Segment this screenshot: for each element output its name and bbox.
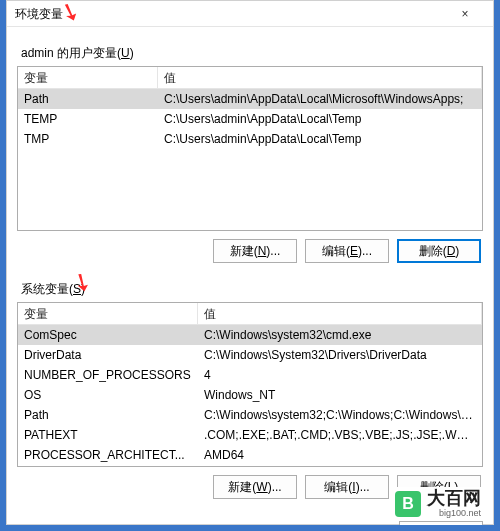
col-header-name[interactable]: 变量 — [18, 303, 198, 324]
col-header-value[interactable]: 值 — [158, 67, 482, 88]
client-area: admin 的用户变量(U) 变量 值 Path C:\Users\admin\… — [7, 27, 493, 515]
var-name: PATHEXT — [18, 425, 198, 445]
user-vars-mnemonic: U — [121, 46, 130, 60]
system-vars-label-suffix: ) — [81, 282, 85, 296]
watermark-text: 大百网 — [427, 489, 481, 507]
var-name: DriverData — [18, 345, 198, 365]
table-row[interactable]: OS Windows_NT — [18, 385, 482, 405]
table-row[interactable]: DriverData C:\Windows\System32\Drivers\D… — [18, 345, 482, 365]
col-header-name[interactable]: 变量 — [18, 67, 158, 88]
var-value: 4 — [198, 365, 482, 385]
var-name: TEMP — [18, 109, 158, 129]
system-edit-button[interactable]: 编辑(I)... — [305, 475, 389, 499]
system-vars-header: 变量 值 — [18, 303, 482, 325]
var-name: PROCESSOR_ARCHITECT... — [18, 445, 198, 465]
var-name: Path — [18, 89, 158, 109]
ok-button[interactable]: 确 — [399, 521, 483, 531]
var-name: OS — [18, 385, 198, 405]
var-name: Path — [18, 405, 198, 425]
table-row[interactable]: NUMBER_OF_PROCESSORS 4 — [18, 365, 482, 385]
env-vars-dialog: 环境变量 × ➘ ➘ admin 的用户变量(U) 变量 值 Path C:\U… — [6, 0, 494, 525]
table-row[interactable]: TEMP C:\Users\admin\AppData\Local\Temp — [18, 109, 482, 129]
user-vars-buttons: 新建(N)... 编辑(E)... 删除(D) — [17, 231, 483, 273]
var-value: C:\Windows\system32\cmd.exe — [198, 325, 482, 345]
table-row[interactable]: PROCESSOR_ARCHITECT... AMD64 — [18, 445, 482, 465]
var-name: TMP — [18, 129, 158, 149]
system-vars-rows: ComSpec C:\Windows\system32\cmd.exe Driv… — [18, 325, 482, 465]
system-vars-label-prefix: 系统变量( — [21, 282, 73, 296]
watermark-text-wrap: 大百网 big100.net — [427, 489, 481, 518]
watermark-logo-icon: B — [395, 491, 421, 517]
var-name: NUMBER_OF_PROCESSORS — [18, 365, 198, 385]
table-row[interactable]: Path C:\Users\admin\AppData\Local\Micros… — [18, 89, 482, 109]
table-row[interactable]: ComSpec C:\Windows\system32\cmd.exe — [18, 325, 482, 345]
user-vars-label-prefix: admin 的用户变量( — [21, 46, 121, 60]
var-value: C:\Users\admin\AppData\Local\Temp — [158, 129, 482, 149]
var-value: Windows_NT — [198, 385, 482, 405]
table-row[interactable]: Path C:\Windows\system32;C:\Windows;C:\W… — [18, 405, 482, 425]
watermark: B 大百网 big100.net — [391, 487, 485, 520]
system-new-button[interactable]: 新建(W)... — [213, 475, 297, 499]
var-value: .COM;.EXE;.BAT;.CMD;.VBS;.VBE;.JS;.JSE;.… — [198, 425, 482, 445]
user-delete-button[interactable]: 删除(D) — [397, 239, 481, 263]
var-name: ComSpec — [18, 325, 198, 345]
user-vars-label-suffix: ) — [130, 46, 134, 60]
dialog-title: 环境变量 — [15, 1, 63, 27]
table-row[interactable]: TMP C:\Users\admin\AppData\Local\Temp — [18, 129, 482, 149]
user-vars-rows: Path C:\Users\admin\AppData\Local\Micros… — [18, 89, 482, 149]
watermark-url: big100.net — [439, 509, 481, 518]
table-row[interactable]: PATHEXT .COM;.EXE;.BAT;.CMD;.VBS;.VBE;.J… — [18, 425, 482, 445]
var-value: C:\Users\admin\AppData\Local\Microsoft\W… — [158, 89, 482, 109]
system-vars-label: 系统变量(S) — [21, 281, 483, 298]
var-value: C:\Windows\system32;C:\Windows;C:\Window… — [198, 405, 482, 425]
user-edit-button[interactable]: 编辑(E)... — [305, 239, 389, 263]
close-icon: × — [461, 1, 468, 27]
user-vars-header: 变量 值 — [18, 67, 482, 89]
close-button[interactable]: × — [445, 2, 485, 26]
user-vars-list[interactable]: 变量 值 Path C:\Users\admin\AppData\Local\M… — [17, 66, 483, 231]
system-vars-mnemonic: S — [73, 282, 81, 296]
user-vars-label: admin 的用户变量(U) — [21, 45, 483, 62]
var-value: C:\Windows\System32\Drivers\DriverData — [198, 345, 482, 365]
var-value: AMD64 — [198, 445, 482, 465]
system-vars-list[interactable]: 变量 值 ComSpec C:\Windows\system32\cmd.exe… — [17, 302, 483, 467]
col-header-value[interactable]: 值 — [198, 303, 482, 324]
titlebar: 环境变量 × — [7, 1, 493, 27]
var-value: C:\Users\admin\AppData\Local\Temp — [158, 109, 482, 129]
user-new-button[interactable]: 新建(N)... — [213, 239, 297, 263]
